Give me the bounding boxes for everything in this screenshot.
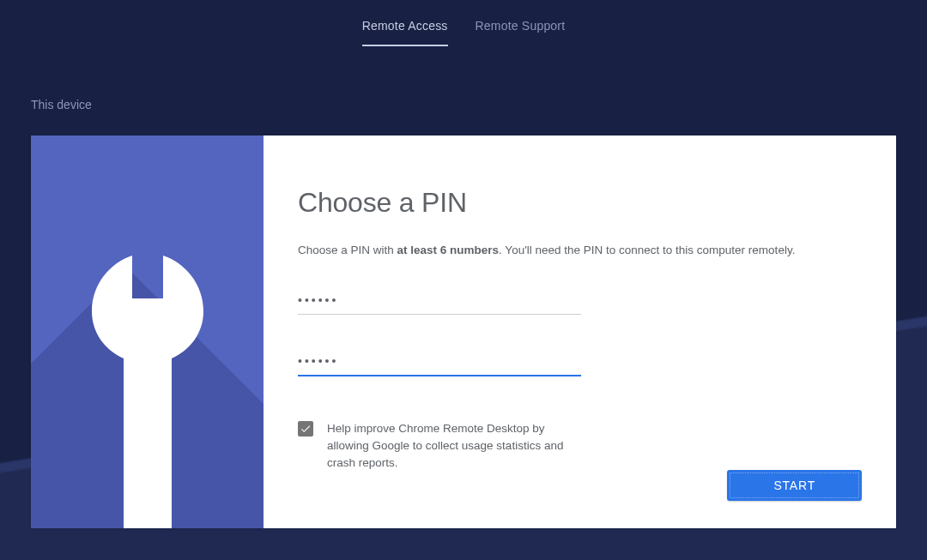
this-device-label: This device — [0, 46, 927, 111]
pin-description: Choose a PIN with at least 6 numbers. Yo… — [298, 243, 862, 259]
wrench-icon — [88, 256, 208, 528]
pin-input-1[interactable] — [298, 286, 581, 315]
checkmark-icon — [300, 423, 312, 435]
pin-input-2[interactable] — [298, 347, 581, 376]
setup-card: Choose a PIN Choose a PIN with at least … — [31, 135, 896, 528]
tab-remote-access[interactable]: Remote Access — [362, 12, 448, 46]
start-button[interactable]: START — [727, 470, 862, 501]
card-content: Choose a PIN Choose a PIN with at least … — [264, 135, 896, 528]
usage-stats-label: Help improve Chrome Remote Desktop by al… — [327, 420, 585, 473]
top-tabs: Remote Access Remote Support — [0, 0, 927, 46]
tab-remote-support[interactable]: Remote Support — [476, 12, 566, 46]
usage-stats-checkbox[interactable] — [298, 421, 313, 437]
card-illustration-panel — [31, 135, 264, 528]
page-title: Choose a PIN — [298, 187, 862, 219]
